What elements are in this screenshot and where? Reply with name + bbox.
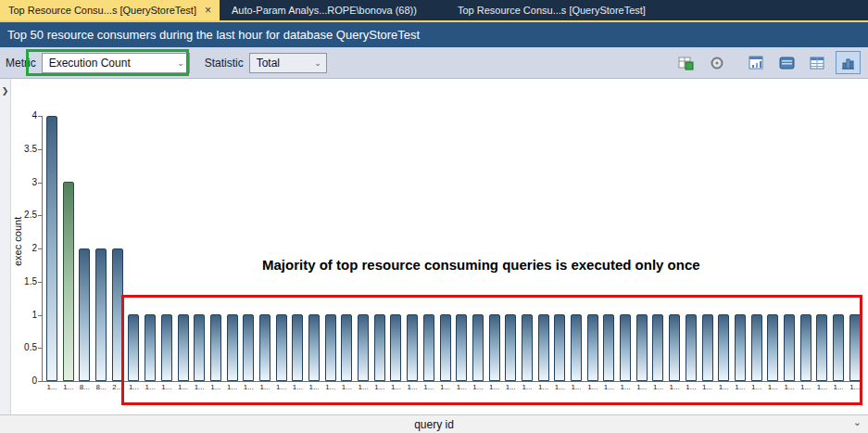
bar-column: 1... <box>536 116 551 394</box>
x-tick-label: 1... <box>686 381 696 394</box>
bar-column: 1... <box>782 116 797 394</box>
bar[interactable] <box>292 314 303 381</box>
bar-column: 1... <box>61 116 76 394</box>
bar-selected[interactable] <box>63 182 74 381</box>
bar[interactable] <box>571 314 582 381</box>
bar[interactable] <box>112 248 123 381</box>
bar[interactable] <box>522 314 533 381</box>
bar[interactable] <box>456 314 467 381</box>
bar[interactable] <box>276 314 287 381</box>
bar[interactable] <box>194 314 205 381</box>
bar[interactable] <box>308 314 320 381</box>
bar[interactable] <box>751 314 762 381</box>
bar[interactable] <box>472 314 484 381</box>
x-axis-dropdown-chevron-icon[interactable]: ⌄ <box>853 416 862 428</box>
refresh-button[interactable] <box>704 51 729 74</box>
tab-label: Auto-Param Analys...ROPE\bonova (68)) <box>232 5 417 16</box>
bar[interactable] <box>554 314 565 381</box>
bar[interactable] <box>538 314 549 381</box>
x-tick-label: 1... <box>145 381 156 394</box>
y-tick-label: 2.5 <box>7 210 37 220</box>
chevron-down-icon: ⌄ <box>314 58 321 68</box>
bar-column: 1... <box>667 116 682 394</box>
bar[interactable] <box>505 314 516 381</box>
bar[interactable] <box>735 314 746 381</box>
bar[interactable] <box>407 314 418 381</box>
bar[interactable] <box>702 314 713 381</box>
tab-auto-param-analysis[interactable]: Auto-Param Analys...ROPE\bonova (68)) <box>223 0 425 20</box>
bar[interactable] <box>636 314 648 381</box>
bar-column: 1... <box>143 116 157 394</box>
bar[interactable] <box>784 314 795 381</box>
y-axis-line <box>42 116 43 382</box>
view-grid-button[interactable] <box>805 51 830 74</box>
bar[interactable] <box>767 314 778 381</box>
bar[interactable] <box>95 248 107 381</box>
x-tick-label: 1... <box>768 381 778 394</box>
bar[interactable] <box>800 314 811 381</box>
bar[interactable] <box>227 314 238 381</box>
bar-column: 1... <box>765 116 780 394</box>
bar[interactable] <box>686 314 697 381</box>
bar-column: 2... <box>110 116 125 394</box>
bar-column: 1... <box>208 116 223 394</box>
bar[interactable] <box>325 314 336 381</box>
track-query-button[interactable] <box>673 51 698 74</box>
x-tick-label: 1... <box>259 381 270 394</box>
bar[interactable] <box>587 314 598 381</box>
bar[interactable] <box>128 314 139 381</box>
bar[interactable] <box>358 314 369 381</box>
view-details-button[interactable] <box>774 51 799 74</box>
bar-column: 1... <box>684 116 698 394</box>
bar[interactable] <box>243 314 254 381</box>
view-chart-button[interactable] <box>836 51 861 74</box>
tab-label: Top Resource Consu...s [QueryStoreTest] <box>8 5 196 16</box>
bar[interactable] <box>669 314 680 381</box>
bar[interactable] <box>341 314 352 381</box>
x-tick-label: 1... <box>210 381 220 394</box>
statistic-dropdown[interactable]: Total ⌄ <box>249 53 327 73</box>
bar[interactable] <box>620 314 631 381</box>
bar[interactable] <box>489 314 500 381</box>
bar-column: 1... <box>814 116 829 394</box>
bar[interactable] <box>259 314 270 381</box>
bar[interactable] <box>718 314 729 381</box>
close-icon[interactable]: × <box>205 5 211 16</box>
statistic-label: Statistic <box>205 57 244 70</box>
bar-column: 1... <box>388 116 403 394</box>
x-tick-label: 1... <box>833 381 843 394</box>
y-tick-label: 3 <box>7 177 37 187</box>
bar-column: 1... <box>274 116 289 394</box>
x-tick-label: 1... <box>538 381 548 394</box>
bar[interactable] <box>210 314 221 381</box>
bar[interactable] <box>161 314 172 381</box>
bar-column: 1... <box>503 116 518 394</box>
tab-top-resource-consumers-1[interactable]: Top Resource Consu...s [QueryStoreTest] … <box>0 0 220 20</box>
x-tick-label: 1... <box>555 381 565 394</box>
bar[interactable] <box>145 314 156 381</box>
bar[interactable] <box>79 248 90 381</box>
bar[interactable] <box>816 314 827 381</box>
bar[interactable] <box>440 314 451 381</box>
bar[interactable] <box>849 314 861 381</box>
bar[interactable] <box>423 314 434 381</box>
bar[interactable] <box>178 314 189 381</box>
y-tick-label: 4 <box>7 110 37 121</box>
bar[interactable] <box>603 314 614 381</box>
bar[interactable] <box>46 116 57 381</box>
bar[interactable] <box>390 314 401 381</box>
expand-chevron-icon[interactable]: ❯ <box>2 86 9 96</box>
x-tick-label: 1... <box>46 381 57 394</box>
tab-top-resource-consumers-2[interactable]: Top Resource Consu...s [QueryStoreTest] <box>449 0 654 20</box>
metric-dropdown[interactable]: Execution Count ⌄ <box>42 53 190 73</box>
bar[interactable] <box>833 314 844 381</box>
view-pivot-button[interactable] <box>744 51 769 74</box>
bar[interactable] <box>374 314 385 381</box>
x-tick-label: 1... <box>178 381 188 394</box>
x-tick-label: 2... <box>112 381 122 394</box>
query-store-window: Top Resource Consu...s [QueryStoreTest] … <box>0 0 868 433</box>
view-pivot-icon <box>748 56 764 70</box>
bar-column: 1... <box>241 116 256 394</box>
y-tick-label: 0.5 <box>7 342 37 352</box>
bar[interactable] <box>652 314 663 381</box>
